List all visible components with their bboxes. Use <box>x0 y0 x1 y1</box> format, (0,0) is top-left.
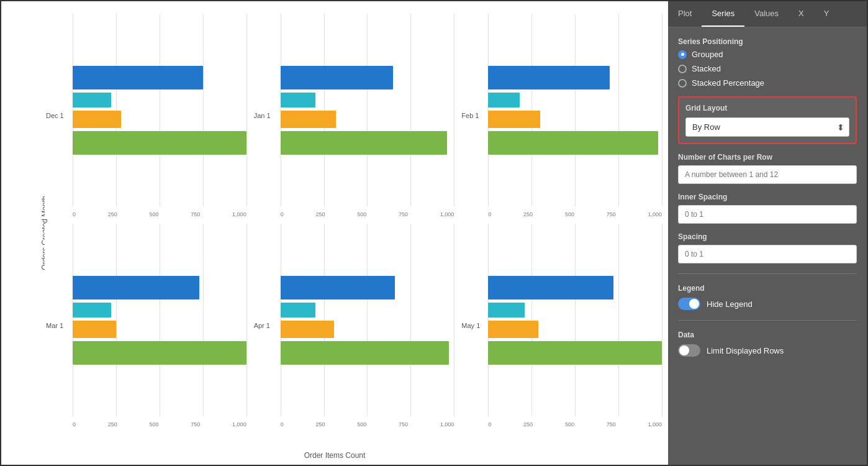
divider-data <box>678 320 857 321</box>
grid-layout-select[interactable]: By Row By Column <box>685 117 849 137</box>
radio-stacked[interactable]: Stacked <box>678 64 857 73</box>
radio-label: Grouped <box>692 50 723 59</box>
blue-bar <box>281 66 394 89</box>
x-tick: 250 <box>523 421 533 427</box>
x-tick: 1,000 <box>440 211 454 217</box>
inner-spacing-title: Inner Spacing <box>678 193 857 201</box>
blue-bar <box>488 66 610 89</box>
chart-cell-0: Dec 102505007501,000 <box>45 14 246 217</box>
green-bar <box>73 131 246 155</box>
divider-legend <box>678 273 857 274</box>
inner-spacing-input[interactable] <box>678 205 857 224</box>
bar-row <box>488 321 662 338</box>
series-positioning-title: Series Positioning <box>678 37 857 46</box>
x-tick: 750 <box>607 211 616 217</box>
hide-legend-toggle[interactable] <box>678 298 700 310</box>
radio-group: GroupedStackedStacked Percentage <box>678 50 857 88</box>
orange-bar <box>488 321 538 338</box>
orange-bar <box>73 111 121 128</box>
bar-row <box>281 66 454 89</box>
bar-row <box>73 131 246 155</box>
green-bar <box>281 341 449 365</box>
blue-bar <box>488 276 613 299</box>
radio-grouped[interactable]: Grouped <box>678 50 857 59</box>
teal-bar <box>488 303 525 318</box>
blue-bar <box>281 276 396 299</box>
grid-line <box>662 224 662 416</box>
tab-values[interactable]: Values <box>744 1 789 27</box>
bar-row <box>488 66 662 89</box>
bar-row <box>281 93 454 107</box>
hide-legend-label: Hide Legend <box>707 299 753 309</box>
x-tick: 250 <box>523 211 533 217</box>
orange-bar <box>281 111 336 128</box>
chart-cell-1: Jan 102505007501,000 <box>253 14 454 217</box>
spacing-title: Spacing <box>678 232 857 241</box>
green-bar <box>281 131 447 155</box>
right-panel: PlotSeriesValuesXY Series Positioning Gr… <box>668 1 867 465</box>
chart-cell-5: May 102505007501,000 <box>460 224 662 427</box>
x-tick: 1,000 <box>648 211 662 217</box>
tab-x[interactable]: X <box>789 1 814 27</box>
charts-per-row-section: Number of Charts per Row <box>678 153 857 184</box>
x-tick: 750 <box>191 421 200 427</box>
x-tick: 0 <box>488 421 491 427</box>
grid-layout-title: Grid Layout <box>685 104 849 112</box>
bar-row <box>488 93 662 107</box>
chart-area: Orders Created Month Dec 102505007501,00… <box>1 1 668 465</box>
radio-label: Stacked <box>692 64 721 73</box>
teal-bar <box>73 93 111 107</box>
grid-line <box>454 14 454 206</box>
orange-bar <box>488 111 540 128</box>
teal-bar <box>488 93 519 107</box>
x-tick: 250 <box>315 421 325 427</box>
tab-y[interactable]: Y <box>814 1 839 27</box>
grid-line <box>662 14 662 206</box>
x-tick: 500 <box>357 211 366 217</box>
chart-cell-2: Feb 102505007501,000 <box>460 14 662 217</box>
orange-bar <box>281 321 335 338</box>
x-tick: 250 <box>108 421 117 427</box>
limit-rows-toggle[interactable] <box>678 344 700 357</box>
chart-cell-3: Mar 102505007501,000 <box>45 224 246 427</box>
x-tick: 750 <box>191 211 200 217</box>
x-tick: 500 <box>150 421 159 427</box>
panel-content: Series Positioning GroupedStackedStacked… <box>668 27 867 465</box>
x-tick: 0 <box>73 421 76 427</box>
x-axis-label: Order Items Count <box>304 451 366 460</box>
spacing-input[interactable] <box>678 245 857 263</box>
x-tick: 250 <box>315 211 325 217</box>
bar-row <box>488 131 662 155</box>
bar-row <box>281 131 454 155</box>
grid-line <box>246 14 247 206</box>
bar-row <box>73 111 246 128</box>
limit-rows-row: Limit Displayed Rows <box>678 344 857 357</box>
x-tick: 500 <box>565 211 574 217</box>
radio-stacked-percentage[interactable]: Stacked Percentage <box>678 78 857 88</box>
legend-label: Legend <box>678 284 857 293</box>
series-positioning-section: Series Positioning GroupedStackedStacked… <box>678 37 857 88</box>
tab-plot[interactable]: Plot <box>668 1 702 27</box>
bar-row <box>73 276 246 299</box>
charts-per-row-input[interactable] <box>678 165 857 184</box>
bar-row <box>281 321 454 338</box>
x-tick: 0 <box>488 211 491 217</box>
grid-layout-select-wrapper: By Row By Column ⬍ <box>685 117 849 137</box>
radio-circle <box>678 50 687 59</box>
chart-cell-4: Apr 102505007501,000 <box>253 224 454 427</box>
bar-row <box>73 93 246 107</box>
bar-row <box>73 341 246 365</box>
x-tick: 250 <box>108 211 117 217</box>
x-tick: 1,000 <box>440 421 454 427</box>
spacing-section: Spacing <box>678 232 857 263</box>
x-tick: 750 <box>399 421 408 427</box>
tabs-header: PlotSeriesValuesXY <box>668 1 867 27</box>
teal-bar <box>281 303 315 318</box>
radio-circle <box>678 79 687 88</box>
charts-grid: Dec 102505007501,000Jan 102505007501,000… <box>45 14 662 427</box>
x-tick: 0 <box>281 211 284 217</box>
tab-series[interactable]: Series <box>702 1 744 27</box>
green-bar <box>488 341 662 365</box>
orange-bar <box>73 321 116 338</box>
bar-row <box>488 111 662 128</box>
